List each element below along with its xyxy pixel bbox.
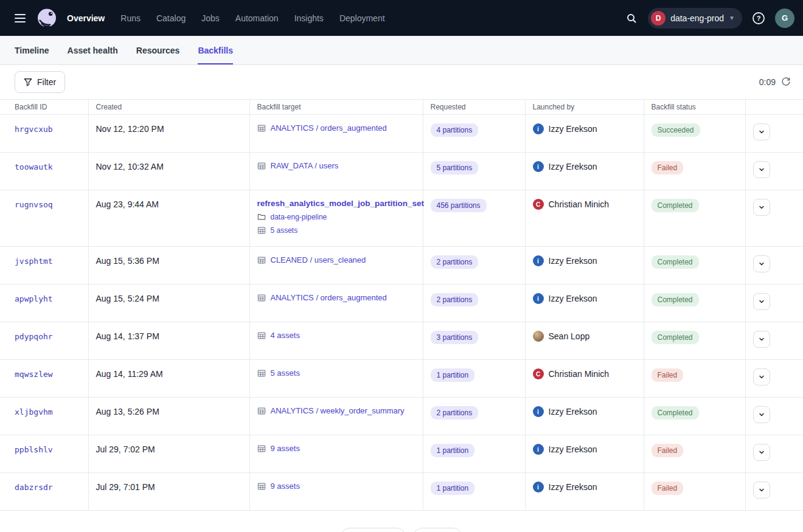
launched-by-cell: iIzzy Erekson — [525, 115, 644, 153]
row-actions-button[interactable] — [753, 161, 770, 178]
backfill-target-cell: ANALYTICS / weekly_order_summary — [249, 398, 423, 435]
status-cell: Completed — [644, 190, 745, 247]
workspace-selector[interactable]: D data-eng-prod ▼ — [648, 8, 742, 29]
backfill-id-cell: mqwszlew — [0, 360, 88, 398]
backfill-target-link[interactable]: 9 assets — [271, 444, 300, 453]
backfill-target-link[interactable]: 9 assets — [271, 482, 300, 491]
row-actions-button[interactable] — [753, 406, 770, 423]
created-at: Nov 12, 10:32 AM — [96, 162, 164, 171]
backfill-id-link[interactable]: toowautk — [15, 162, 53, 171]
nav-item-jobs[interactable]: Jobs — [201, 13, 220, 23]
backfill-target-link[interactable]: 5 assets — [271, 368, 300, 378]
row-actions-button[interactable] — [753, 444, 770, 461]
backfill-id-link[interactable]: apwplyht — [15, 294, 53, 303]
backfill-target-cell: 9 assets — [249, 473, 423, 511]
toolbar: Filter 0:09 — [0, 65, 803, 99]
created-at: Aug 15, 5:36 PM — [96, 256, 159, 266]
launched-by-name: Izzy Erekson — [549, 162, 597, 171]
launched-by-cell: iIzzy Erekson — [525, 153, 644, 190]
backfill-target-link[interactable]: 5 assets — [271, 226, 298, 235]
row-actions-button[interactable] — [753, 123, 770, 140]
user-photo-avatar — [533, 331, 544, 342]
backfill-id-link[interactable]: pdypqohr — [15, 332, 53, 341]
backfill-target-link[interactable]: ANALYTICS / orders_augmented — [271, 293, 387, 302]
table-row: hrgvcxub Nov 12, 12:20 PM ANALYTICS / or… — [0, 115, 803, 153]
backfill-id-cell: hrgvcxub — [0, 115, 88, 153]
backfill-target-link[interactable]: refresh_analytics_model_job_partition_se… — [257, 199, 425, 208]
backfill-target-link[interactable]: 4 assets — [271, 331, 300, 340]
target-line: data-eng-pipeline — [257, 213, 415, 221]
backfill-id-link[interactable]: ppblshlv — [15, 445, 53, 454]
row-actions-button[interactable] — [753, 293, 770, 310]
menu-icon[interactable] — [10, 8, 30, 29]
search-icon[interactable] — [621, 8, 642, 29]
tab-backfills[interactable]: Backfills — [198, 36, 233, 64]
requested-badge: 3 partitions — [431, 331, 479, 344]
main-nav: OverviewRunsCatalogJobsAutomationInsight… — [67, 13, 385, 23]
row-actions-button[interactable] — [753, 199, 770, 216]
status-badge: Completed — [652, 255, 699, 269]
status-badge: Completed — [652, 406, 699, 420]
tab-resources[interactable]: Resources — [136, 36, 180, 64]
created-at: Aug 14, 1:37 PM — [96, 331, 159, 341]
backfill-id-link[interactable]: mqwszlew — [15, 370, 53, 379]
created-at: Aug 15, 5:24 PM — [96, 294, 159, 303]
backfill-target-link[interactable]: RAW_DATA / users — [271, 161, 339, 170]
status-cell: Failed — [644, 435, 745, 473]
backfill-id-link[interactable]: xljbgvhm — [15, 407, 53, 416]
row-actions-button[interactable] — [753, 331, 770, 348]
backfill-target-link[interactable]: ANALYTICS / weekly_order_summary — [271, 406, 405, 415]
requested-cell: 1 partition — [423, 435, 525, 473]
backfill-id-link[interactable]: dabzrsdr — [15, 483, 53, 492]
backfill-target-cell: CLEANED / users_cleaned — [249, 247, 423, 285]
actions-cell — [745, 398, 803, 435]
chevron-down-icon — [758, 260, 765, 268]
backfill-target-link[interactable]: data-eng-pipeline — [271, 213, 327, 221]
user-avatar[interactable]: G — [775, 9, 794, 28]
actions-cell — [745, 435, 803, 473]
backfill-id-link[interactable]: hrgvcxub — [15, 125, 53, 134]
actions-cell — [745, 153, 803, 190]
backfill-id-link[interactable]: rugnvsoq — [15, 200, 53, 209]
created-at: Aug 13, 5:26 PM — [96, 407, 159, 416]
status-cell: Completed — [644, 322, 745, 360]
filter-button[interactable]: Filter — [15, 71, 65, 93]
table-row: jvsphtmt Aug 15, 5:36 PM CLEANED / users… — [0, 247, 803, 285]
row-actions-button[interactable] — [753, 368, 770, 385]
target-line: 5 assets — [257, 368, 415, 378]
refresh-icon[interactable] — [781, 77, 791, 87]
workspace-name: data-eng-prod — [670, 13, 724, 23]
nav-item-insights[interactable]: Insights — [294, 13, 324, 23]
backfill-target-cell: ANALYTICS / orders_augmented — [249, 115, 423, 153]
row-actions-button[interactable] — [753, 482, 770, 499]
dagster-logo-icon[interactable] — [35, 7, 58, 30]
nav-item-catalog[interactable]: Catalog — [156, 13, 186, 23]
folder-icon — [257, 213, 266, 221]
top-navigation: OverviewRunsCatalogJobsAutomationInsight… — [0, 0, 803, 36]
nav-item-deployment[interactable]: Deployment — [339, 13, 385, 23]
next-page-button[interactable]: Next → — [412, 528, 463, 532]
tab-timeline[interactable]: Timeline — [15, 36, 49, 64]
backfill-id-cell: rugnvsoq — [0, 190, 88, 247]
target-line: ANALYTICS / orders_augmented — [257, 293, 415, 302]
backfill-id-link[interactable]: jvsphtmt — [15, 257, 53, 266]
column-header: Requested — [423, 100, 525, 115]
previous-page-button[interactable]: ← Previous — [340, 528, 406, 532]
tab-asset-health[interactable]: Asset health — [68, 36, 118, 64]
created-at: Jul 29, 7:02 PM — [96, 444, 155, 454]
nav-item-automation[interactable]: Automation — [235, 13, 279, 23]
table-row: mqwszlew Aug 14, 11:29 AM 5 assets 1 par… — [0, 360, 803, 398]
backfill-id-cell: xljbgvhm — [0, 398, 88, 435]
backfill-target-link[interactable]: CLEANED / users_cleaned — [271, 255, 366, 264]
nav-item-overview[interactable]: Overview — [67, 13, 105, 23]
help-icon[interactable]: ? — [748, 8, 769, 29]
actions-cell — [745, 190, 803, 247]
backfill-target-link[interactable]: ANALYTICS / orders_augmented — [271, 123, 387, 133]
nav-item-runs[interactable]: Runs — [120, 13, 141, 23]
row-actions-button[interactable] — [753, 255, 770, 272]
pagination: ← Previous Next → — [0, 528, 803, 532]
requested-cell: 2 partitions — [423, 285, 525, 322]
table-row: ppblshlv Jul 29, 7:02 PM 9 assets 1 part… — [0, 435, 803, 473]
launched-by-cell: iIzzy Erekson — [525, 247, 644, 285]
user-initial-avatar: C — [533, 368, 544, 379]
